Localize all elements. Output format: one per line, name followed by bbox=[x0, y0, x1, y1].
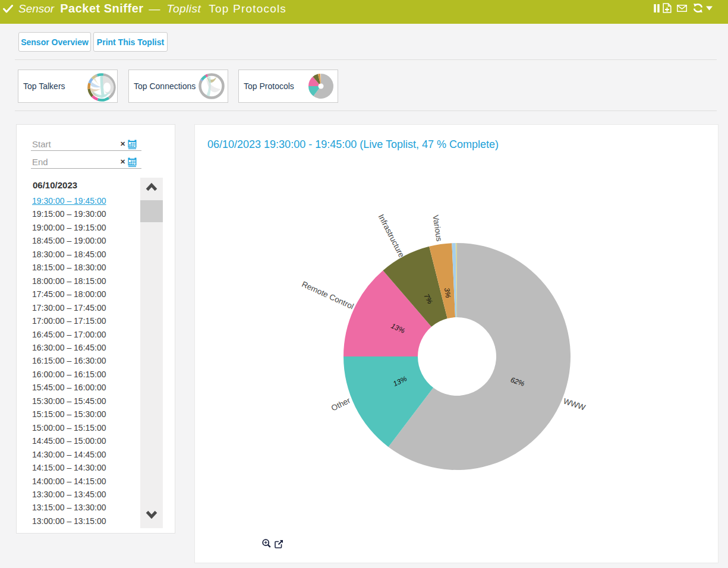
svg-text:Remote Control: Remote Control bbox=[300, 280, 355, 311]
svg-text:Other: Other bbox=[330, 396, 352, 413]
svg-text:WWW: WWW bbox=[562, 396, 587, 412]
svg-text:Various: Various bbox=[431, 214, 443, 242]
svg-text:Infrastructure: Infrastructure bbox=[377, 213, 406, 259]
svg-text:3%: 3% bbox=[443, 287, 452, 299]
